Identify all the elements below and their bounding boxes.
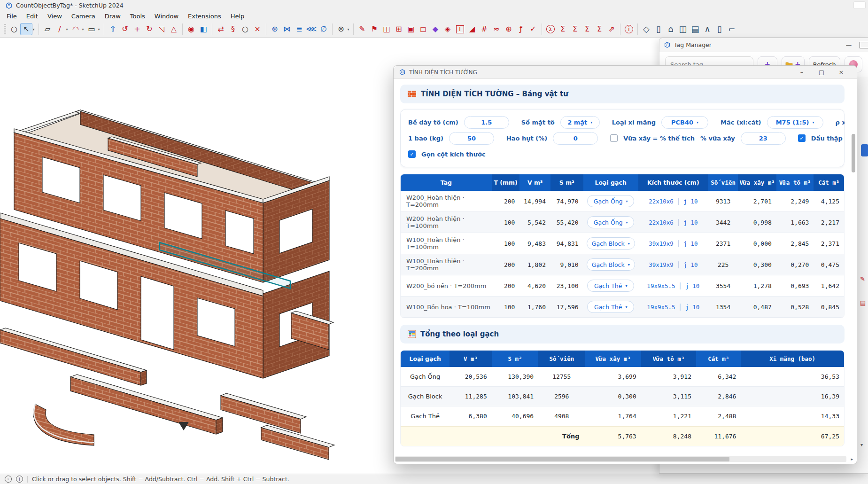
weave-icon[interactable]: ⋈ xyxy=(281,23,293,35)
loai-gach-select[interactable]: Gạch Block▾ xyxy=(587,258,635,271)
arc-tool-caret-icon[interactable]: ▾ xyxy=(80,23,85,35)
account-caret-icon[interactable]: ▾ xyxy=(346,23,351,35)
zoom-extents-icon[interactable]: × xyxy=(251,23,264,35)
pct-vua-xay-input[interactable]: 23 xyxy=(741,132,786,145)
grid-plugin-icon[interactable]: # xyxy=(478,23,490,35)
gon-cot-checkbox[interactable]: ✓ xyxy=(408,150,416,158)
info-plugin-icon[interactable]: i xyxy=(623,23,635,35)
loai-gach-select[interactable]: Gạch Ống▾ xyxy=(587,195,634,207)
copy-plugin-icon[interactable]: ▣ xyxy=(405,23,417,35)
sum-brick-plugin-icon[interactable]: Σ xyxy=(593,23,605,35)
followme-tool-icon[interactable]: ↺ xyxy=(119,23,131,35)
loai-gach-select[interactable]: Gạch Block▾ xyxy=(587,237,635,250)
text-plugin-icon[interactable]: I xyxy=(454,23,466,35)
coil-plugin-icon[interactable]: ≈ xyxy=(490,23,503,35)
be-day-to-input[interactable]: 1.5 xyxy=(464,116,509,129)
pushpull-tool-icon[interactable]: ⇧ xyxy=(107,23,119,35)
vua-xay-pct-checkbox[interactable] xyxy=(610,134,618,142)
menu-edit[interactable]: Edit xyxy=(22,12,43,21)
layers-icon[interactable]: ≣ xyxy=(293,23,305,35)
close-button[interactable]: × xyxy=(831,66,851,78)
flip-tool-icon[interactable]: ⇄ xyxy=(215,23,227,35)
geolocate-icon[interactable]: ◦ xyxy=(5,476,12,483)
rectangle-tool-caret-icon[interactable]: ▾ xyxy=(96,23,101,35)
tag-manager-minimize-button[interactable]: — xyxy=(842,41,856,48)
loai-gach-select[interactable]: Gạch Ống▾ xyxy=(587,216,634,228)
window-controls[interactable] xyxy=(853,1,866,9)
toolbar-grip[interactable] xyxy=(4,24,6,34)
menu-tools[interactable]: Tools xyxy=(125,12,150,21)
clipped-blue-button[interactable] xyxy=(861,144,868,156)
column-header: Vữa xây m³ xyxy=(585,351,641,367)
arch-frame-icon[interactable]: ⌐ xyxy=(726,23,738,35)
dialog-titlebar[interactable]: TÍNH DIỆN TÍCH TƯỜNG – ▢ × xyxy=(394,66,857,79)
dialog-horizontal-scrollbar[interactable] xyxy=(395,456,846,462)
line-tool-caret-icon[interactable]: ▾ xyxy=(64,23,70,35)
sum-lasso-plugin-icon[interactable]: Σ xyxy=(557,23,569,35)
section-plane-icon[interactable]: ◉ xyxy=(185,23,197,35)
move-tool-icon[interactable]: + xyxy=(131,23,143,35)
so-mat-to-select[interactable]: 2 mặt▾ xyxy=(560,116,600,129)
select-tool-caret-icon[interactable]: ▾ xyxy=(31,23,36,35)
sum-circle-plugin-icon[interactable]: Σ xyxy=(544,23,557,35)
scroll-down-arrow-icon[interactable]: ▾ xyxy=(860,442,863,447)
scale-tool-icon[interactable]: ◹ xyxy=(155,23,168,35)
broom-plugin-icon[interactable]: ⇗ xyxy=(605,23,618,35)
bao-input[interactable]: 50 xyxy=(449,132,494,145)
dau-thap-phan-checkbox[interactable]: ✓ xyxy=(798,134,806,142)
sum-flash-plugin-icon[interactable]: Σ xyxy=(581,23,593,35)
brush-plugin-icon[interactable]: ✎ xyxy=(356,23,368,35)
scrollbar-thumb[interactable] xyxy=(395,457,729,461)
menu-camera[interactable]: Camera xyxy=(67,12,100,21)
mirror-plugin-icon[interactable]: ◫ xyxy=(380,23,393,35)
fx-plugin-icon[interactable]: ƒ xyxy=(515,23,527,35)
hao-hut-input[interactable]: 0 xyxy=(553,132,598,145)
menu-help[interactable]: Help xyxy=(226,12,249,21)
zoom-window-icon[interactable]: ○ xyxy=(239,23,251,35)
menu-view[interactable]: View xyxy=(43,12,67,21)
sum-doc-plugin-icon[interactable]: Σ xyxy=(569,23,581,35)
chevrons-icon[interactable]: ⋘ xyxy=(305,23,318,35)
arch-door-icon[interactable]: ▯ xyxy=(652,23,665,35)
zoom-tool-icon[interactable]: ○ xyxy=(8,23,20,35)
arch-cube-icon[interactable]: ◇ xyxy=(640,23,652,35)
help-icon[interactable]: i xyxy=(16,476,23,483)
arch-panel-icon[interactable]: ▯ xyxy=(713,23,726,35)
scroll-right-arrow-icon[interactable]: ▸ xyxy=(851,457,853,461)
menu-window[interactable]: Window xyxy=(150,12,183,21)
component-gear-icon[interactable]: ⊛ xyxy=(269,23,281,35)
arch-roof-icon[interactable]: ∧ xyxy=(701,23,713,35)
loai-xi-mang-select[interactable]: PCB40▾ xyxy=(661,116,708,129)
arch-window-icon[interactable]: ◫ xyxy=(677,23,689,35)
mac-select[interactable]: M75 (1:5)▾ xyxy=(767,116,823,129)
brick-building-model[interactable] xyxy=(0,38,395,474)
maximize-button[interactable]: ▢ xyxy=(812,66,831,78)
ribbon-tool-icon[interactable]: § xyxy=(227,23,239,35)
box3d-plugin-icon[interactable]: ◆ xyxy=(429,23,442,35)
flag-plugin-icon[interactable]: ⚑ xyxy=(368,23,380,35)
loai-gach-select[interactable]: Gạch Thẻ▾ xyxy=(587,280,634,292)
tag-plugin-icon[interactable]: ◈ xyxy=(442,23,454,35)
mesh-plugin-icon[interactable]: ⊕ xyxy=(503,23,515,35)
slash-icon[interactable]: ∅ xyxy=(318,23,330,35)
rotate-tool-icon[interactable]: ↻ xyxy=(143,23,155,35)
edit-plugin-icon[interactable]: ✓ xyxy=(527,23,539,35)
tag-manager-titlebar[interactable]: Tag Manager — xyxy=(659,38,868,52)
arch-cabinet-icon[interactable]: ▤ xyxy=(689,23,701,35)
menu-extensions[interactable]: Extensions xyxy=(183,12,226,21)
wedge-plugin-icon[interactable]: ◢ xyxy=(466,23,478,35)
menu-file[interactable]: File xyxy=(2,12,22,21)
menu-draw[interactable]: Draw xyxy=(100,12,125,21)
dialog-vertical-scrollbar[interactable] xyxy=(852,134,855,172)
minimize-button[interactable]: – xyxy=(792,66,812,78)
offset-tool-icon[interactable]: △ xyxy=(168,23,180,35)
tag-manager-maximize-button[interactable] xyxy=(860,42,868,48)
loai-gach-select[interactable]: Gạch Thẻ▾ xyxy=(587,301,634,313)
arch-house-icon[interactable]: ⌂ xyxy=(665,23,677,35)
paint-bucket-icon[interactable]: ◧ xyxy=(197,23,209,35)
eraser-tool-icon[interactable]: ▱ xyxy=(41,23,54,35)
marquee-plugin-icon[interactable]: ◻ xyxy=(417,23,429,35)
grid-squares-plugin-icon[interactable]: ⊞ xyxy=(393,23,405,35)
clipped-red-icon[interactable]: ✎ xyxy=(860,275,865,282)
clipped-red-icon[interactable]: ▤ xyxy=(860,299,866,306)
